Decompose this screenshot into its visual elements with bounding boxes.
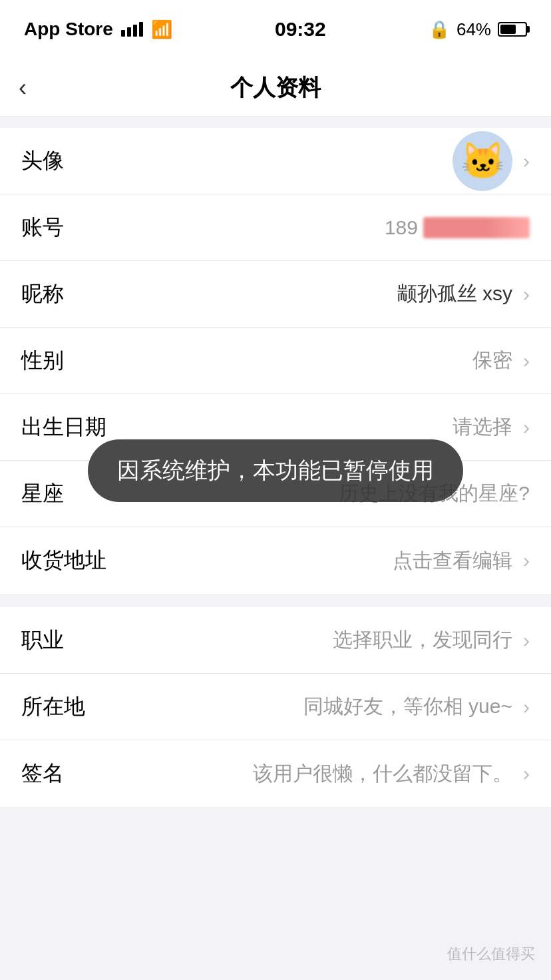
chevron-icon: › bbox=[523, 762, 530, 785]
chevron-icon: › bbox=[523, 629, 530, 652]
chevron-icon: › bbox=[523, 150, 530, 172]
occupation-row[interactable]: 职业 选择职业，发现同行 › bbox=[0, 607, 551, 674]
battery-icon bbox=[498, 22, 527, 37]
address-row[interactable]: 收货地址 点击查看编辑 › bbox=[0, 527, 551, 594]
avatar: 🐱 bbox=[453, 131, 512, 191]
signature-value-area: 该用户很懒，什么都没留下。 › bbox=[253, 760, 530, 788]
address-value-area: 点击查看编辑 › bbox=[393, 547, 530, 575]
signature-row[interactable]: 签名 该用户很懒，什么都没留下。 › bbox=[0, 740, 551, 807]
lock-icon: 🔒 bbox=[429, 19, 450, 40]
chevron-icon: › bbox=[523, 696, 530, 718]
gender-label: 性别 bbox=[21, 346, 64, 375]
gender-value-area: 保密 › bbox=[472, 347, 530, 374]
avatar-row[interactable]: 头像 🐱 › bbox=[0, 128, 551, 194]
nickname-value: 颛孙孤丝 xsy bbox=[397, 280, 512, 308]
status-left: App Store 📶 bbox=[24, 19, 172, 40]
account-label: 账号 bbox=[21, 213, 64, 242]
toast-message: 因系统维护，本功能已暂停使用 bbox=[88, 439, 463, 502]
profile-section-1: 头像 🐱 › 账号 189 昵称 颛孙孤丝 xsy › 性别 保密 › bbox=[0, 128, 551, 594]
chevron-icon: › bbox=[523, 416, 530, 439]
signature-label: 签名 bbox=[21, 759, 64, 788]
nickname-row[interactable]: 昵称 颛孙孤丝 xsy › bbox=[0, 261, 551, 328]
location-value: 同城好友，等你相 yue~ bbox=[303, 693, 512, 720]
wifi-icon: 📶 bbox=[151, 19, 172, 40]
avatar-emoji: 🐱 bbox=[460, 140, 505, 182]
birthday-value-area: 请选择 › bbox=[453, 413, 530, 441]
account-value: 189 bbox=[385, 216, 530, 239]
birthday-value: 请选择 bbox=[453, 413, 512, 441]
signal-icon bbox=[121, 22, 143, 37]
status-time: 09:32 bbox=[275, 18, 326, 41]
birthday-label: 出生日期 bbox=[21, 413, 106, 442]
watermark: 值什么值得买 bbox=[447, 944, 535, 964]
signature-value: 该用户很懒，什么都没留下。 bbox=[253, 760, 512, 788]
location-label: 所在地 bbox=[21, 692, 85, 722]
page-title: 个人资料 bbox=[230, 73, 321, 103]
occupation-value: 选择职业，发现同行 bbox=[333, 626, 512, 654]
carrier-label: App Store bbox=[24, 19, 113, 40]
top-separator bbox=[0, 117, 551, 128]
address-value: 点击查看编辑 bbox=[393, 547, 512, 575]
account-blurred bbox=[423, 217, 530, 238]
toast-overlay: 因系统维护，本功能已暂停使用 bbox=[88, 439, 463, 502]
battery-fill bbox=[500, 25, 516, 34]
constellation-label: 星座 bbox=[21, 479, 64, 509]
location-row[interactable]: 所在地 同城好友，等你相 yue~ › bbox=[0, 674, 551, 740]
chevron-icon: › bbox=[523, 350, 530, 372]
address-label: 收货地址 bbox=[21, 546, 106, 575]
nickname-label: 昵称 bbox=[21, 280, 64, 309]
account-row: 账号 189 bbox=[0, 194, 551, 261]
section-separator bbox=[0, 594, 551, 607]
location-value-area: 同城好友，等你相 yue~ › bbox=[303, 693, 530, 720]
status-right: 🔒 64% bbox=[429, 19, 527, 40]
account-value-area: 189 bbox=[385, 216, 530, 239]
occupation-value-area: 选择职业，发现同行 › bbox=[333, 626, 530, 654]
status-bar: App Store 📶 09:32 🔒 64% bbox=[0, 0, 551, 59]
battery-percent: 64% bbox=[457, 19, 491, 40]
nickname-value-area: 颛孙孤丝 xsy › bbox=[397, 280, 530, 308]
chevron-icon: › bbox=[523, 549, 530, 572]
avatar-value-area: 🐱 › bbox=[453, 131, 530, 191]
occupation-label: 职业 bbox=[21, 626, 64, 655]
chevron-icon: › bbox=[523, 283, 530, 306]
avatar-label: 头像 bbox=[21, 146, 64, 176]
back-button[interactable]: ‹ bbox=[19, 74, 27, 102]
bottom-padding bbox=[0, 807, 551, 860]
nav-bar: ‹ 个人资料 bbox=[0, 59, 551, 117]
gender-value: 保密 bbox=[472, 347, 512, 374]
profile-section-2: 职业 选择职业，发现同行 › 所在地 同城好友，等你相 yue~ › 签名 该用… bbox=[0, 607, 551, 807]
gender-row[interactable]: 性别 保密 › bbox=[0, 328, 551, 394]
